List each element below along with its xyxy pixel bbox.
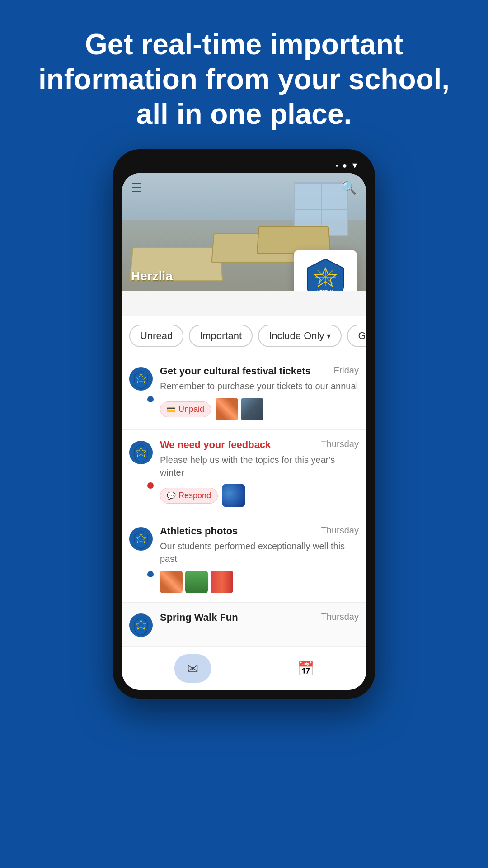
- message-header-1: Get your cultural festival tickets Frida…: [160, 365, 359, 377]
- avatar-4: [129, 613, 153, 637]
- phone-device: ▪ ● ▼ ☰ 🔍 Herzlia: [113, 149, 375, 699]
- school-name: Herzlia: [131, 269, 173, 283]
- message-header-4: Spring Walk Fun Thursday: [160, 612, 359, 623]
- thumbnail-2-1: [222, 484, 245, 507]
- message-header-3: Athletics photos Thursday: [160, 525, 359, 537]
- phone-screen: ☰ 🔍 Herzlia HERZLIA: [122, 173, 366, 690]
- respond-icon: 💬: [167, 491, 176, 500]
- message-content-3: Athletics photos Thursday Our students p…: [160, 525, 359, 593]
- thumbnail-group-3: [160, 571, 233, 593]
- message-preview-1: Remember to purchase your tickets to our…: [160, 380, 359, 392]
- nav-calendar-button[interactable]: 📅: [297, 660, 314, 676]
- thumbnail-3-3: [211, 571, 233, 593]
- unread-dot-2: [147, 482, 154, 489]
- status-icon-2: ●: [342, 161, 347, 170]
- message-tags-1: 💳 Unpaid: [160, 398, 359, 420]
- message-title-3: Athletics photos: [160, 525, 317, 537]
- calendar-icon: 📅: [297, 660, 314, 676]
- filter-chip-groups[interactable]: Groups: [347, 325, 366, 347]
- hero-text: Get real-time important information from…: [0, 0, 488, 149]
- messages-list: Get your cultural festival tickets Frida…: [122, 356, 366, 646]
- unread-dot-1: [147, 396, 154, 402]
- message-date-3: Thursday: [321, 525, 359, 536]
- thumbnail-group-2: [222, 484, 245, 507]
- message-tags-3: [160, 571, 359, 593]
- avatar-3: [129, 527, 153, 551]
- bottom-nav: ✉ 📅: [122, 646, 366, 690]
- filter-chip-include-only[interactable]: Include Only ▾: [258, 325, 342, 347]
- message-title-2: We need your feedback: [160, 439, 317, 451]
- thumbnail-1-1: [216, 398, 238, 420]
- school-logo-svg: HERZLIA: [300, 257, 350, 291]
- filter-label-groups: Groups: [358, 330, 366, 342]
- mail-icon: ✉: [187, 660, 198, 676]
- message-item-4[interactable]: Spring Walk Fun Thursday: [122, 603, 366, 646]
- filter-label-include-only: Include Only: [269, 330, 324, 342]
- search-icon[interactable]: 🔍: [341, 180, 357, 195]
- avatar-1: [129, 367, 153, 391]
- message-header-2: We need your feedback Thursday: [160, 439, 359, 451]
- message-title-4: Spring Walk Fun: [160, 612, 317, 623]
- message-date-4: Thursday: [321, 612, 359, 622]
- thumbnail-group-1: [216, 398, 263, 420]
- message-content-2: We need your feedback Thursday Please he…: [160, 439, 359, 507]
- thumbnail-3-1: [160, 571, 183, 593]
- school-banner: ☰ 🔍 Herzlia HERZLIA: [122, 173, 366, 291]
- filter-label-unread: Unread: [140, 330, 173, 342]
- svg-text:HERZLIA: HERZLIA: [317, 289, 334, 291]
- tag-unpaid-1: 💳 Unpaid: [160, 401, 211, 417]
- message-content-4: Spring Walk Fun Thursday: [160, 612, 359, 637]
- message-item-3[interactable]: Athletics photos Thursday Our students p…: [122, 516, 366, 603]
- filter-chip-important[interactable]: Important: [189, 325, 253, 347]
- status-icon-1: ▪: [336, 161, 338, 170]
- hamburger-menu-icon[interactable]: ☰: [131, 180, 142, 195]
- message-item-2[interactable]: We need your feedback Thursday Please he…: [122, 430, 366, 516]
- status-bar: ▪ ● ▼: [122, 158, 366, 173]
- message-preview-3: Our students performed exceptionally wel…: [160, 540, 359, 565]
- thumbnail-1-2: [241, 398, 263, 420]
- status-icon-3: ▼: [351, 161, 359, 170]
- message-tags-2: 💬 Respond: [160, 484, 359, 507]
- banner-top-bar: ☰ 🔍: [122, 173, 366, 203]
- unread-dot-3: [147, 571, 154, 577]
- message-item-1[interactable]: Get your cultural festival tickets Frida…: [122, 356, 366, 430]
- message-content-1: Get your cultural festival tickets Frida…: [160, 365, 359, 420]
- credit-card-icon: 💳: [167, 405, 176, 414]
- message-preview-2: Please help us with the topics for this …: [160, 453, 359, 479]
- thumbnail-3-2: [185, 571, 208, 593]
- school-logo-card: HERZLIA: [294, 250, 357, 291]
- filter-bar: Unread Important Include Only ▾ Groups: [122, 316, 366, 356]
- filter-chip-unread[interactable]: Unread: [129, 325, 183, 347]
- avatar-2: [129, 441, 153, 464]
- nav-mail-button[interactable]: ✉: [174, 654, 211, 683]
- tag-label-2: Respond: [178, 491, 211, 500]
- message-date-1: Friday: [333, 365, 359, 376]
- message-title-1: Get your cultural festival tickets: [160, 365, 329, 377]
- filter-label-important: Important: [200, 330, 242, 342]
- tag-respond-2: 💬 Respond: [160, 488, 218, 504]
- tag-label-1: Unpaid: [178, 405, 204, 414]
- chevron-down-icon: ▾: [327, 331, 331, 341]
- message-date-2: Thursday: [321, 439, 359, 449]
